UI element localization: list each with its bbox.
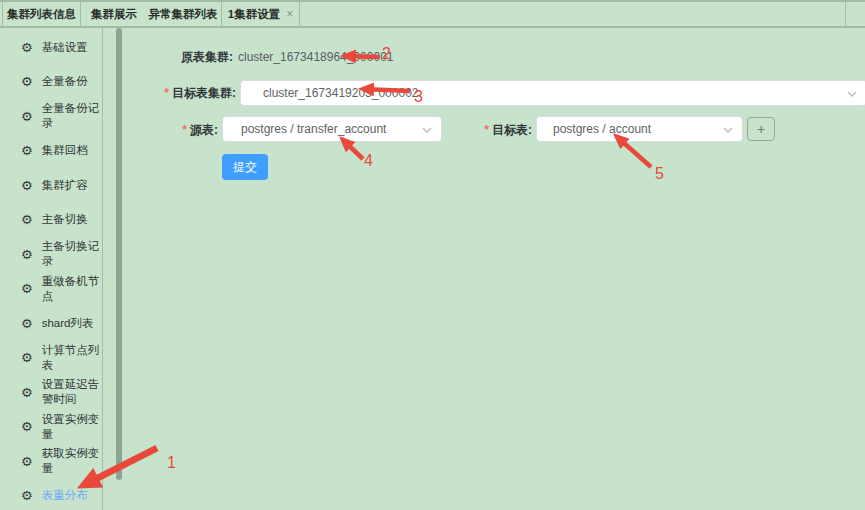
sidebar-item-set-instance-vars[interactable]: ⚙ 设置实例变量 — [0, 410, 102, 445]
sidebar-item-primary-standby-switch[interactable]: ⚙ 主备切换 — [0, 203, 102, 238]
sidebar-item-label: 计算节点列表 — [42, 343, 102, 373]
sidebar-item-cluster-rollback[interactable]: ⚙ 集群回档 — [0, 134, 102, 169]
target-cluster-label: *目标表集群: — [128, 86, 236, 100]
sidebar-item-full-backup-records[interactable]: ⚙ 全量备份记录 — [0, 99, 102, 134]
gear-icon: ⚙ — [21, 317, 33, 330]
tabbar-right-divider — [845, 2, 846, 26]
sidebar-item-label: 设置延迟告警时间 — [42, 377, 102, 407]
sidebar-item-label: 全量备份记录 — [42, 101, 102, 131]
tab-label: 集群列表信息 — [7, 7, 76, 22]
sidebar-item-label: 获取实例变量 — [42, 446, 102, 476]
sidebar-item-table-redistribution[interactable]: ⚙ 表重分布 — [0, 479, 102, 510]
source-table-select-value: postgres / transfer_account — [241, 122, 386, 136]
sidebar-item-label: 主备切换 — [42, 212, 88, 227]
gear-icon: ⚙ — [21, 248, 33, 261]
sidebar-item-cluster-expand[interactable]: ⚙ 集群扩容 — [0, 168, 102, 203]
close-icon[interactable]: × — [286, 8, 293, 20]
sidebar-item-label: 表重分布 — [42, 488, 88, 503]
gear-icon: ⚙ — [21, 110, 33, 123]
tab-label: 1集群设置 — [228, 7, 280, 22]
sidebar-item-label: 集群扩容 — [42, 178, 88, 193]
gear-icon: ⚙ — [21, 455, 33, 468]
sidebar-item-label: 全量备份 — [42, 74, 88, 89]
gear-icon: ⚙ — [21, 75, 33, 88]
tab-abnormal-cluster-list[interactable]: 异常集群列表 — [145, 2, 221, 26]
submit-button[interactable]: 提交 — [222, 154, 268, 180]
source-cluster-value: cluster_1673418964_000001 — [238, 50, 393, 64]
gear-icon: ⚙ — [21, 213, 33, 226]
chevron-down-icon — [723, 127, 733, 133]
target-table-select[interactable]: postgres / account — [536, 116, 743, 142]
annotation-number-4: 4 — [364, 153, 373, 169]
tab-cluster-settings[interactable]: 1集群设置 × — [221, 2, 300, 26]
tab-label: 集群展示 — [91, 7, 137, 22]
sidebar-item-full-backup[interactable]: ⚙ 全量备份 — [0, 65, 102, 100]
gear-icon: ⚙ — [21, 144, 33, 157]
sidebar-item-switch-records[interactable]: ⚙ 主备切换记录 — [0, 237, 102, 272]
sidebar-item-label: 设置实例变量 — [42, 412, 102, 442]
sidebar-item-get-instance-vars[interactable]: ⚙ 获取实例变量 — [0, 444, 102, 479]
tab-bar: 集群列表信息 集群展示 异常集群列表 1集群设置 × — [0, 0, 865, 28]
sidebar-item-compute-node-list[interactable]: ⚙ 计算节点列表 — [0, 341, 102, 376]
tab-label: 异常集群列表 — [149, 7, 218, 22]
required-marker: * — [164, 86, 169, 100]
annotation-arrow-4 — [342, 139, 363, 159]
required-marker: * — [484, 123, 489, 137]
target-cluster-select-value: cluster_1673419203_000002 — [263, 86, 418, 100]
sidebar-item-label: 主备切换记录 — [42, 239, 102, 269]
gear-icon: ⚙ — [21, 386, 33, 399]
required-marker: * — [182, 123, 187, 137]
plus-icon: + — [757, 121, 765, 137]
target-table-label: *目标表: — [455, 123, 532, 137]
chevron-down-icon — [847, 91, 857, 97]
annotation-number-1: 1 — [167, 455, 176, 471]
sidebar-item-label: 集群回档 — [42, 143, 88, 158]
tab-cluster-display[interactable]: 集群展示 — [85, 2, 143, 26]
gear-icon: ⚙ — [21, 179, 33, 192]
source-table-label: *源表: — [150, 123, 218, 137]
annotation-arrows — [0, 0, 865, 510]
sidebar-item-shard-list[interactable]: ⚙ shard列表 — [0, 306, 102, 341]
tab-cluster-list-info[interactable]: 集群列表信息 — [2, 2, 81, 26]
app-window: 集群列表信息 集群展示 异常集群列表 1集群设置 × ⚙ 基础设置 ⚙ 全量备份… — [0, 0, 865, 510]
source-cluster-label: 原表集群: — [140, 50, 233, 64]
gear-icon: ⚙ — [21, 351, 33, 364]
sidebar-item-label: shard列表 — [42, 316, 94, 331]
sidebar-item-delay-alarm-time[interactable]: ⚙ 设置延迟告警时间 — [0, 375, 102, 410]
sidebar-scrollbar[interactable] — [116, 28, 122, 480]
target-table-select-value: postgres / account — [553, 122, 651, 136]
annotation-number-5: 5 — [655, 166, 664, 182]
sidebar-item-basic-settings[interactable]: ⚙ 基础设置 — [0, 30, 102, 65]
sidebar: ⚙ 基础设置 ⚙ 全量备份 ⚙ 全量备份记录 ⚙ 集群回档 ⚙ 集群扩容 ⚙ 主… — [0, 28, 103, 510]
target-cluster-select[interactable]: cluster_1673419203_000002 — [240, 80, 865, 106]
gear-icon: ⚙ — [21, 41, 33, 54]
add-target-table-button[interactable]: + — [747, 117, 775, 141]
sidebar-item-rebuild-standby-node[interactable]: ⚙ 重做备机节点 — [0, 272, 102, 307]
gear-icon: ⚙ — [21, 282, 33, 295]
gear-icon: ⚙ — [21, 489, 33, 502]
chevron-down-icon — [422, 127, 432, 133]
gear-icon: ⚙ — [21, 420, 33, 433]
sidebar-item-label: 基础设置 — [42, 40, 88, 55]
source-table-select[interactable]: postgres / transfer_account — [222, 116, 442, 142]
sidebar-item-label: 重做备机节点 — [42, 274, 102, 304]
